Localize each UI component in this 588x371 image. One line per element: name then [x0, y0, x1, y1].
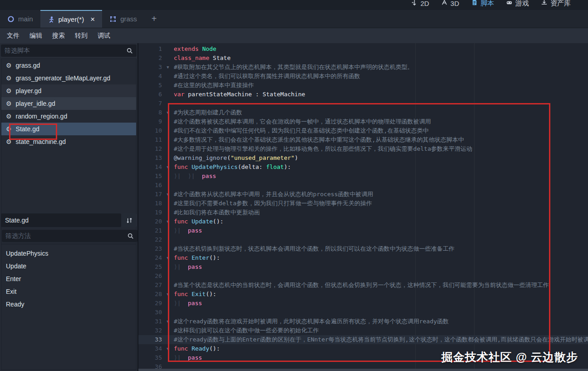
code-text — [174, 272, 588, 281]
sort-methods-button[interactable] — [122, 213, 137, 227]
add-scene-tab-button[interactable]: + — [144, 10, 164, 28]
code-line-24[interactable]: 24▼func Enter(): — [138, 253, 588, 262]
code-line-22[interactable]: 22 — [138, 235, 588, 244]
fold-arrow-icon[interactable]: ▼ — [162, 344, 174, 353]
code-line-10[interactable]: 10#我们不在这个函数中编写任何代码，因为我们只是在基础状态类中创建这个函数,在… — [138, 126, 588, 135]
script-menu-bar: 文件编辑搜索转到调试 — [0, 28, 588, 43]
code-line-14[interactable]: 14▼func UpdatePhysics(delta: float): — [138, 163, 588, 172]
code-line-21[interactable]: 21⟩|pass — [138, 226, 588, 235]
move-2d-icon — [411, 0, 418, 7]
fold-gutter — [162, 126, 174, 135]
code-line-12[interactable]: 12#这个是用于处理与物理引擎相关的操作，比如移动角色，所以在那些情况下，我们确… — [138, 144, 588, 153]
script-item-label: player.gd — [16, 87, 42, 94]
code-line-25[interactable]: 25⟩|pass — [138, 262, 588, 272]
fold-arrow-icon[interactable]: ▼ — [162, 290, 174, 299]
menu-转到[interactable]: 转到 — [70, 32, 93, 40]
gear-icon: ⚙ — [6, 138, 12, 145]
code-line-16[interactable]: 16 — [138, 181, 588, 190]
code-line-23[interactable]: 23#当状态机切换到新状态时，状态机脚本会调用这个函数，所以我们可以在这个函数中… — [138, 244, 588, 253]
code-line-7[interactable]: 7 — [138, 99, 588, 108]
method-item-Exit[interactable]: Exit — [1, 285, 136, 298]
code-line-9[interactable]: 9#这个函数将被状态机脚本调用，它会在游戏的每一帧中，通过状态机脚本中的物理处理… — [138, 117, 588, 126]
code-line-26[interactable]: 26 — [138, 272, 588, 281]
code-line-19[interactable]: 19#比如我们将在本函数中更新动画 — [138, 208, 588, 217]
scene-tab-player[interactable]: player(*)× — [40, 10, 103, 28]
menu-文件[interactable]: 文件 — [2, 32, 24, 40]
code-line-33[interactable]: 33#这个ready函数与上面的Enter函数的区别在于，ENnter每当状态机… — [138, 335, 588, 344]
fold-arrow-icon[interactable]: ▼ — [162, 108, 174, 117]
script-sidebar: 筛选脚本 ⚙grass.gd⚙grass_generator_tileMapLa… — [0, 43, 137, 371]
script-item-grass_generator_tileMapLayer.gd[interactable]: ⚙grass_generator_tileMapLayer.gd — [1, 72, 136, 84]
script-item-player.gd[interactable]: ⚙player.gd — [1, 84, 136, 97]
code-text: #这个函数将从状态机脚本中调用，并且会从状态机的process函数中被调用 — [174, 190, 588, 199]
code-line-20[interactable]: 20▼func Update(): — [138, 217, 588, 226]
filter-methods-input[interactable]: 筛选方法 — [2, 230, 137, 242]
fold-gutter — [162, 272, 174, 281]
fold-arrow-icon[interactable]: ▼ — [162, 253, 174, 262]
close-tab-icon[interactable]: × — [90, 15, 95, 24]
code-line-30[interactable]: 30 — [138, 308, 588, 317]
code-line-6[interactable]: 6var parentStateMachine : StateMachine — [138, 90, 588, 99]
line-number: 23 — [138, 244, 162, 253]
code-line-27[interactable]: 27#当某个状态是状态机中的当前状态时，会调用这个函数，但状态机会切换到另一个状… — [138, 281, 588, 290]
code-editor[interactable]: 1extends Node2class_name State3▼#获取附加在其父… — [138, 43, 588, 371]
fold-gutter — [162, 81, 174, 90]
current-script-field[interactable]: State.gd — [1, 213, 121, 227]
fold-arrow-icon[interactable]: ▼ — [162, 190, 174, 199]
menu-编辑[interactable]: 编辑 — [24, 32, 47, 40]
code-text: extends Node — [174, 45, 588, 54]
code-text: #为状态周期创建几个函数 — [174, 108, 588, 117]
menu-调试[interactable]: 调试 — [93, 32, 115, 40]
workspace-button-2D[interactable]: 2D — [411, 0, 429, 10]
workspace-button-3D[interactable]: 3D — [441, 0, 459, 10]
code-line-5[interactable]: 5#在这里的状态脚本中直接操作 — [138, 81, 588, 90]
code-line-4[interactable]: 4#通过这个类名，我们可以获取所有属性并调用状态机脚本中的所有函数 — [138, 72, 588, 81]
fold-gutter — [162, 153, 174, 163]
code-line-35[interactable]: 35⟩|pass — [138, 353, 588, 362]
workspace-button-游戏[interactable]: 游戏 — [506, 0, 529, 10]
code-line-34[interactable]: 34▼func Ready(): — [138, 344, 588, 353]
script-item-State.gd[interactable]: ⚙State.gd — [1, 123, 136, 135]
fold-arrow-icon[interactable]: ▼ — [162, 217, 174, 226]
code-line-17[interactable]: 17▼#这个函数将从状态机脚本中调用，并且会从状态机的process函数中被调用 — [138, 190, 588, 199]
code-line-11[interactable]: 11#大多数情况下，我们会在这个基础状态派生的其他状态脚本中重写这个函数,从基础… — [138, 135, 588, 144]
code-line-18[interactable]: 18#这里我们不需要delta参数，因为我们只打算做一些与物理事件无关的操作 — [138, 199, 588, 208]
fold-arrow-icon[interactable]: ▼ — [162, 163, 174, 172]
menu-搜索[interactable]: 搜索 — [47, 32, 70, 40]
code-line-8[interactable]: 8▼#为状态周期创建几个函数 — [138, 108, 588, 117]
code-line-2[interactable]: 2class_name State — [138, 54, 588, 63]
script-item-grass.gd[interactable]: ⚙grass.gd — [1, 59, 136, 72]
axes-3d-icon — [441, 0, 448, 7]
fold-gutter — [162, 54, 174, 63]
code-line-28[interactable]: 28▼func Exit(): — [138, 290, 588, 299]
script-item-label: grass.gd — [16, 62, 40, 69]
script-item-random_region.gd[interactable]: ⚙random_region.gd — [1, 110, 136, 123]
horizontal-scrollbar[interactable] — [138, 369, 588, 371]
method-item-Update[interactable]: Update — [1, 260, 136, 272]
line-number: 1 — [138, 45, 162, 54]
code-line-13[interactable]: 13@warning_ignore("unused_parameter") — [138, 153, 588, 163]
method-item-Enter[interactable]: Enter — [1, 272, 136, 285]
line-number: 21 — [138, 226, 162, 235]
fold-arrow-icon[interactable]: ▼ — [162, 317, 174, 326]
scene-tab-main[interactable]: main — [0, 10, 40, 28]
script-item-state_machine.gd[interactable]: ⚙state_machine.gd — [1, 135, 136, 148]
filter-scripts-input[interactable]: 筛选脚本 — [1, 45, 137, 57]
code-line-15[interactable]: 15⟩|⟩|pass — [138, 172, 588, 181]
code-text: #我们不在这个函数中编写任何代码，因为我们只是在基础状态类中创建这个函数,在基础… — [174, 126, 588, 135]
method-item-UpdatePhysics[interactable]: UpdatePhysics — [1, 247, 136, 260]
code-line-3[interactable]: 3▼#获取附加在其父节点上的状态机脚本，其类型就是我们在状态机脚本中声明的状态机… — [138, 63, 588, 72]
code-text: #这样我们就可以在这个函数中做一些必要的初始化工作 — [174, 326, 588, 335]
code-line-29[interactable]: 29⟩|pass — [138, 299, 588, 308]
line-number: 31 — [138, 317, 162, 326]
node-circle-icon — [7, 15, 15, 23]
script-item-player_idle.gd[interactable]: ⚙player_idle.gd — [1, 97, 136, 110]
scene-tab-grass[interactable]: grass — [102, 10, 144, 28]
code-line-32[interactable]: 32#这样我们就可以在这个函数中做一些必要的初始化工作 — [138, 326, 588, 335]
workspace-button-资产库[interactable]: 资产库 — [541, 0, 571, 10]
fold-arrow-icon[interactable]: ▼ — [162, 63, 174, 72]
method-item-Ready[interactable]: Ready — [1, 298, 136, 311]
code-line-1[interactable]: 1extends Node — [138, 45, 588, 54]
code-line-31[interactable]: 31▼#这个ready函数将在游戏开始时被调用，此时状态机脚本会遍历所有状态，并… — [138, 317, 588, 326]
workspace-button-脚本[interactable]: 脚本 — [471, 0, 494, 10]
